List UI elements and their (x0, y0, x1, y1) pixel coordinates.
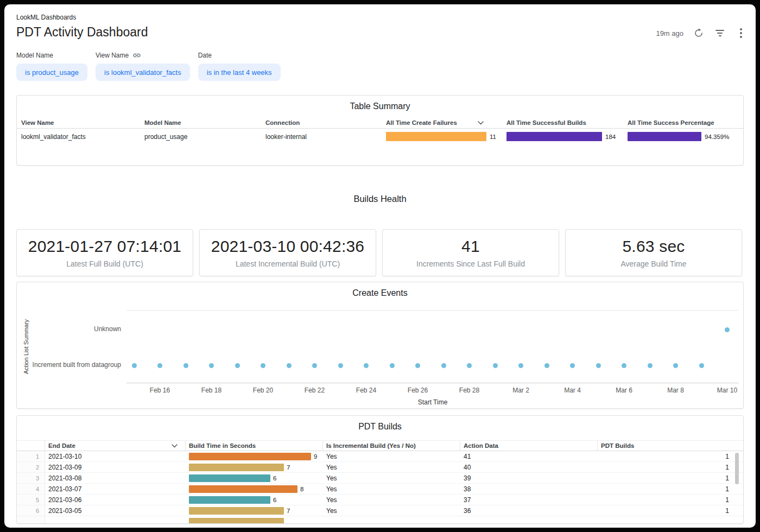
breadcrumb[interactable]: LookML Dashboards (16, 14, 76, 21)
x-tick-label: Feb 18 (201, 387, 221, 394)
kpi-latest-incremental-build: 2021-03-10 00:42:36 Latest Incremental B… (199, 229, 376, 276)
scatter-dot[interactable] (725, 327, 730, 332)
column-header-build-time[interactable]: Build Time in Seconds (186, 441, 323, 451)
scatter-dot[interactable] (157, 363, 162, 368)
build-time-value: 7 (287, 464, 290, 471)
row-number (17, 516, 45, 524)
build-time-bar (189, 507, 284, 515)
column-header-successful-builds[interactable]: All Time Successful Builds (506, 119, 628, 126)
scatter-dot[interactable] (699, 363, 704, 368)
scatter-dot[interactable] (415, 363, 420, 368)
cell-build-time: 7 (186, 464, 323, 471)
scatter-dot[interactable] (518, 363, 523, 368)
scatter-dot[interactable] (132, 363, 137, 368)
category-label-unknown: Unknown (17, 325, 121, 333)
x-tick-label: Feb 22 (305, 387, 325, 394)
cell-is-incremental: Yes (323, 453, 460, 460)
link-icon (132, 51, 141, 60)
scatter-dot[interactable] (596, 363, 601, 368)
row-number: 2 (17, 462, 45, 472)
category-label-increment: Increment built from datagroup (17, 361, 121, 369)
filter-label-text: View Name (96, 52, 129, 59)
pdt-table-row: 62021-03-057Yes361 (17, 505, 743, 516)
pdt-table-body: 12021-03-109Yes41122021-03-097Yes4013202… (17, 451, 743, 524)
scatter-dot[interactable] (261, 363, 265, 368)
vertical-scrollbar-thumb[interactable] (735, 453, 739, 484)
last-refresh-text: 19m ago (656, 29, 683, 37)
cell-build-time: 6 (186, 474, 323, 482)
row-number: 4 (17, 484, 45, 494)
scatter-dot[interactable] (622, 363, 626, 368)
filter-chip-model-name[interactable]: is product_usage (16, 64, 87, 81)
scatter-dot[interactable] (673, 363, 678, 368)
column-header-success-percentage[interactable]: All Time Success Percentage (628, 119, 743, 126)
create-failures-value: 11 (490, 134, 496, 140)
column-header-is-incremental[interactable]: Is Incremental Build (Yes / No) (323, 441, 460, 451)
all-time-success-percentage-bar (628, 132, 701, 141)
column-header-text: All Time Create Failures (386, 119, 457, 126)
scatter-dot[interactable] (364, 363, 369, 368)
scatter-dot[interactable] (312, 363, 317, 368)
cell-successful-builds: 184 (506, 132, 628, 141)
cell-is-incremental: Yes (323, 474, 460, 482)
scatter-dot[interactable] (209, 363, 214, 368)
scatter-dot[interactable] (338, 363, 343, 368)
all-time-create-failures-bar (386, 132, 486, 141)
cell-action-data: 36 (460, 507, 598, 515)
scatter-dot[interactable] (287, 363, 292, 368)
column-header-connection[interactable]: Connection (265, 119, 386, 126)
filter-label: Model Name (16, 51, 87, 60)
column-header-model-name[interactable]: Model Name (144, 119, 265, 126)
filter-bar: Model Name is product_usage View Name is… (16, 51, 281, 81)
x-axis-label: Start Time (126, 398, 739, 406)
tile-title: PDT Builds (17, 416, 743, 432)
kpi-label: Latest Incremental Build (UTC) (236, 259, 340, 268)
scatter-dot[interactable] (544, 363, 549, 368)
more-menu-button[interactable] (735, 27, 747, 39)
build-time-bar (189, 464, 284, 471)
column-header-pdt-builds[interactable]: PDT Builds (598, 441, 743, 451)
build-time-bar (189, 496, 270, 504)
scatter-dot[interactable] (493, 363, 498, 368)
scatter-dot[interactable] (648, 363, 653, 368)
build-time-bar (189, 453, 311, 460)
filter-chip-view-name[interactable]: is lookml_validator_facts (96, 64, 190, 81)
scatter-dot[interactable] (390, 363, 395, 368)
x-tick-label: Mar 6 (616, 387, 632, 394)
scatter-dot[interactable] (570, 363, 575, 368)
x-tick-label: Mar 2 (512, 387, 529, 394)
pdt-table-row: 12021-03-109Yes411 (17, 451, 743, 462)
y-axis-label: Action List Summary (23, 310, 29, 383)
column-header-action-data[interactable]: Action Data (460, 441, 598, 451)
build-time-bar (189, 485, 297, 493)
filter-chip-date[interactable]: is in the last 4 weeks (198, 64, 281, 81)
x-tick-label: Feb 24 (356, 387, 376, 394)
refresh-button[interactable] (693, 27, 705, 39)
filter-view-name: View Name is lookml_validator_facts (96, 51, 190, 81)
kpi-value: 2021-01-27 07:14:01 (28, 237, 181, 256)
summary-table-row: lookml_validator_facts product_usage loo… (17, 129, 743, 144)
cell-end-date: 2021-03-05 (45, 507, 186, 515)
column-header-view-name[interactable]: View Name (21, 119, 144, 126)
all-time-successful-builds-bar (506, 132, 602, 141)
chevron-down-icon[interactable] (172, 444, 178, 448)
row-number-column-header (17, 441, 45, 451)
scatter-dot[interactable] (183, 363, 188, 368)
cell-end-date: 2021-03-09 (45, 464, 186, 471)
cell-action-data: 37 (460, 496, 598, 504)
chevron-down-icon[interactable] (478, 121, 484, 125)
scatter-dot[interactable] (467, 363, 472, 368)
column-header-end-date[interactable]: End Date (45, 441, 186, 451)
cell-pdt-builds: 1 (598, 474, 743, 482)
page-title: PDT Activity Dashboard (16, 25, 148, 40)
pdt-table-row: 42021-03-078Yes381 (17, 484, 743, 495)
scatter-dot[interactable] (235, 363, 240, 368)
scatter-dot[interactable] (441, 363, 446, 368)
cell-build-time: 7 (186, 507, 323, 515)
filter-toggle-button[interactable] (714, 27, 726, 39)
create-events-plot (126, 310, 739, 383)
filter-label: Date (198, 51, 281, 60)
cell-connection: looker-internal (265, 133, 386, 141)
column-header-create-failures[interactable]: All Time Create Failures (386, 119, 506, 126)
cell-view-name: lookml_validator_facts (21, 133, 144, 141)
